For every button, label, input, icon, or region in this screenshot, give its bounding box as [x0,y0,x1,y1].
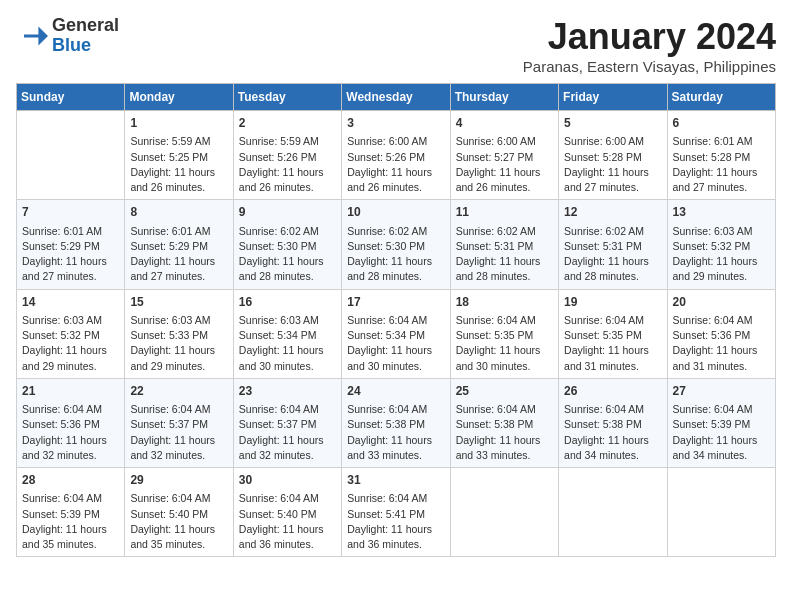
day-info: Sunrise: 6:01 AM Sunset: 5:29 PM Dayligh… [130,224,227,285]
calendar-cell [17,111,125,200]
calendar-header: SundayMondayTuesdayWednesdayThursdayFrid… [17,84,776,111]
calendar-cell: 21Sunrise: 6:04 AM Sunset: 5:36 PM Dayli… [17,378,125,467]
calendar-body: 1Sunrise: 5:59 AM Sunset: 5:25 PM Daylig… [17,111,776,557]
day-number: 5 [564,115,661,132]
day-number: 10 [347,204,444,221]
calendar-cell: 27Sunrise: 6:04 AM Sunset: 5:39 PM Dayli… [667,378,775,467]
day-number: 1 [130,115,227,132]
calendar-cell: 28Sunrise: 6:04 AM Sunset: 5:39 PM Dayli… [17,468,125,557]
day-info: Sunrise: 6:04 AM Sunset: 5:37 PM Dayligh… [239,402,336,463]
day-number: 3 [347,115,444,132]
day-info: Sunrise: 6:04 AM Sunset: 5:38 PM Dayligh… [347,402,444,463]
day-number: 6 [673,115,770,132]
header-cell-thursday: Thursday [450,84,558,111]
day-info: Sunrise: 5:59 AM Sunset: 5:26 PM Dayligh… [239,134,336,195]
calendar-cell: 11Sunrise: 6:02 AM Sunset: 5:31 PM Dayli… [450,200,558,289]
calendar-cell: 2Sunrise: 5:59 AM Sunset: 5:26 PM Daylig… [233,111,341,200]
day-info: Sunrise: 6:02 AM Sunset: 5:30 PM Dayligh… [347,224,444,285]
day-number: 25 [456,383,553,400]
calendar-cell [667,468,775,557]
header-cell-tuesday: Tuesday [233,84,341,111]
calendar-cell: 20Sunrise: 6:04 AM Sunset: 5:36 PM Dayli… [667,289,775,378]
day-info: Sunrise: 6:04 AM Sunset: 5:36 PM Dayligh… [22,402,119,463]
day-number: 15 [130,294,227,311]
day-number: 13 [673,204,770,221]
day-info: Sunrise: 6:03 AM Sunset: 5:32 PM Dayligh… [22,313,119,374]
calendar-cell: 9Sunrise: 6:02 AM Sunset: 5:30 PM Daylig… [233,200,341,289]
day-number: 30 [239,472,336,489]
calendar-cell: 14Sunrise: 6:03 AM Sunset: 5:32 PM Dayli… [17,289,125,378]
day-info: Sunrise: 6:03 AM Sunset: 5:32 PM Dayligh… [673,224,770,285]
calendar-cell: 10Sunrise: 6:02 AM Sunset: 5:30 PM Dayli… [342,200,450,289]
header-cell-monday: Monday [125,84,233,111]
week-row-3: 14Sunrise: 6:03 AM Sunset: 5:32 PM Dayli… [17,289,776,378]
calendar-cell: 13Sunrise: 6:03 AM Sunset: 5:32 PM Dayli… [667,200,775,289]
day-number: 7 [22,204,119,221]
calendar-cell: 1Sunrise: 5:59 AM Sunset: 5:25 PM Daylig… [125,111,233,200]
calendar-cell: 25Sunrise: 6:04 AM Sunset: 5:38 PM Dayli… [450,378,558,467]
logo-blue: Blue [52,35,91,55]
day-info: Sunrise: 6:02 AM Sunset: 5:30 PM Dayligh… [239,224,336,285]
day-info: Sunrise: 6:04 AM Sunset: 5:39 PM Dayligh… [673,402,770,463]
calendar-table: SundayMondayTuesdayWednesdayThursdayFrid… [16,83,776,557]
day-number: 26 [564,383,661,400]
calendar-cell: 23Sunrise: 6:04 AM Sunset: 5:37 PM Dayli… [233,378,341,467]
week-row-1: 1Sunrise: 5:59 AM Sunset: 5:25 PM Daylig… [17,111,776,200]
day-number: 21 [22,383,119,400]
calendar-cell: 4Sunrise: 6:00 AM Sunset: 5:27 PM Daylig… [450,111,558,200]
calendar-cell: 30Sunrise: 6:04 AM Sunset: 5:40 PM Dayli… [233,468,341,557]
calendar-cell: 22Sunrise: 6:04 AM Sunset: 5:37 PM Dayli… [125,378,233,467]
day-info: Sunrise: 6:02 AM Sunset: 5:31 PM Dayligh… [564,224,661,285]
day-number: 27 [673,383,770,400]
day-info: Sunrise: 6:04 AM Sunset: 5:35 PM Dayligh… [456,313,553,374]
day-info: Sunrise: 6:01 AM Sunset: 5:29 PM Dayligh… [22,224,119,285]
day-info: Sunrise: 6:00 AM Sunset: 5:26 PM Dayligh… [347,134,444,195]
calendar-cell [559,468,667,557]
day-number: 2 [239,115,336,132]
calendar-cell: 6Sunrise: 6:01 AM Sunset: 5:28 PM Daylig… [667,111,775,200]
day-number: 14 [22,294,119,311]
logo-general: General [52,15,119,35]
header-cell-sunday: Sunday [17,84,125,111]
day-number: 23 [239,383,336,400]
logo-text: General Blue [52,16,119,56]
title-block: January 2024 Paranas, Eastern Visayas, P… [523,16,776,75]
day-number: 17 [347,294,444,311]
location-subtitle: Paranas, Eastern Visayas, Philippines [523,58,776,75]
logo: General Blue [16,16,119,56]
day-info: Sunrise: 6:04 AM Sunset: 5:41 PM Dayligh… [347,491,444,552]
day-number: 22 [130,383,227,400]
day-number: 4 [456,115,553,132]
day-info: Sunrise: 6:02 AM Sunset: 5:31 PM Dayligh… [456,224,553,285]
day-number: 8 [130,204,227,221]
calendar-cell: 24Sunrise: 6:04 AM Sunset: 5:38 PM Dayli… [342,378,450,467]
day-info: Sunrise: 6:04 AM Sunset: 5:37 PM Dayligh… [130,402,227,463]
day-info: Sunrise: 6:01 AM Sunset: 5:28 PM Dayligh… [673,134,770,195]
svg-marker-0 [24,26,48,45]
calendar-cell: 29Sunrise: 6:04 AM Sunset: 5:40 PM Dayli… [125,468,233,557]
day-info: Sunrise: 6:04 AM Sunset: 5:35 PM Dayligh… [564,313,661,374]
day-info: Sunrise: 6:04 AM Sunset: 5:34 PM Dayligh… [347,313,444,374]
day-number: 28 [22,472,119,489]
calendar-cell: 17Sunrise: 6:04 AM Sunset: 5:34 PM Dayli… [342,289,450,378]
calendar-cell: 15Sunrise: 6:03 AM Sunset: 5:33 PM Dayli… [125,289,233,378]
day-number: 29 [130,472,227,489]
day-number: 9 [239,204,336,221]
day-info: Sunrise: 6:03 AM Sunset: 5:34 PM Dayligh… [239,313,336,374]
day-info: Sunrise: 6:04 AM Sunset: 5:40 PM Dayligh… [130,491,227,552]
day-info: Sunrise: 6:00 AM Sunset: 5:28 PM Dayligh… [564,134,661,195]
month-title: January 2024 [523,16,776,58]
day-number: 24 [347,383,444,400]
day-number: 18 [456,294,553,311]
calendar-cell: 3Sunrise: 6:00 AM Sunset: 5:26 PM Daylig… [342,111,450,200]
logo-icon [16,20,48,52]
calendar-cell [450,468,558,557]
day-info: Sunrise: 5:59 AM Sunset: 5:25 PM Dayligh… [130,134,227,195]
header-cell-saturday: Saturday [667,84,775,111]
day-number: 19 [564,294,661,311]
header-cell-wednesday: Wednesday [342,84,450,111]
calendar-cell: 16Sunrise: 6:03 AM Sunset: 5:34 PM Dayli… [233,289,341,378]
day-info: Sunrise: 6:04 AM Sunset: 5:36 PM Dayligh… [673,313,770,374]
calendar-cell: 26Sunrise: 6:04 AM Sunset: 5:38 PM Dayli… [559,378,667,467]
day-number: 11 [456,204,553,221]
